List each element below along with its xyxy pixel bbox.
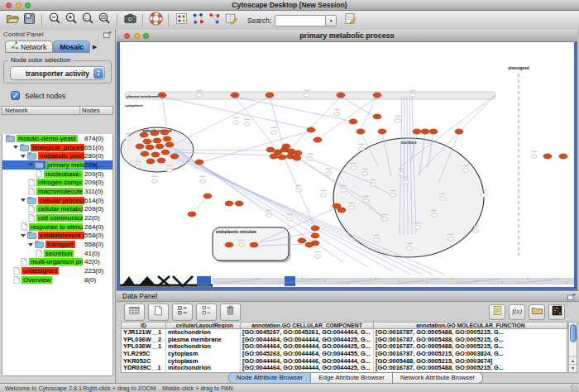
network-node-selected-color[interactable]	[153, 138, 161, 143]
network-node[interactable]	[358, 147, 364, 151]
network-zoom-button[interactable]	[143, 33, 149, 39]
network-node[interactable]	[439, 197, 445, 200]
folder-small-button[interactable]	[529, 304, 545, 320]
table-row[interactable]: YPL036W__2plasma membrane[GO:0044464, GO…	[122, 337, 567, 344]
tree-row-cellular-metabol[interactable]: cellular metabol209(0)	[2, 205, 112, 214]
attribute-matrix-button[interactable]	[548, 304, 565, 320]
network-node-selected-color[interactable]	[429, 129, 438, 134]
network-node-selected-color[interactable]	[455, 129, 463, 134]
tree-row-unassigned[interactable]: unassigned223(0)	[2, 266, 112, 275]
network-node[interactable]	[166, 169, 172, 172]
table-scrollbar[interactable]: ▲ ▼	[568, 322, 577, 373]
network-node[interactable]	[414, 226, 420, 229]
network-node[interactable]	[196, 93, 202, 97]
network-node[interactable]	[325, 172, 331, 175]
network-node[interactable]	[351, 166, 356, 170]
network-node-selected-color[interactable]	[140, 132, 148, 137]
network-node[interactable]	[481, 194, 486, 197]
close-button[interactable]	[6, 2, 12, 8]
network-canvas[interactable]: plasma membranecytoplasmunassignedmitoch…	[120, 42, 574, 287]
network-node-selected-color[interactable]	[225, 242, 233, 247]
network-node-selected-color[interactable]	[250, 242, 258, 247]
tab-overflow-button[interactable]: ▶	[93, 41, 97, 53]
tree-row-biological-process[interactable]: biological_process651(0)	[2, 143, 112, 152]
network-node-selected-color[interactable]	[146, 159, 155, 164]
network-node[interactable]	[462, 169, 468, 172]
tree-row-multi-organism-pro[interactable]: multi-organism pro42(0)	[2, 258, 112, 267]
function-fx-button[interactable]: f(x)	[509, 304, 525, 320]
network-node[interactable]	[390, 194, 395, 197]
network-node[interactable]	[363, 199, 369, 203]
network-node-selected-color[interactable]	[293, 155, 301, 160]
minimize-button[interactable]	[16, 2, 22, 8]
tree-row-cell-communicat[interactable]: cell communicat22(0)	[2, 213, 112, 222]
network-node[interactable]	[370, 183, 376, 186]
network-node-selected-color[interactable]	[235, 201, 243, 206]
network-node[interactable]	[395, 119, 400, 122]
network-node[interactable]	[340, 189, 346, 192]
network-node-selected-color[interactable]	[311, 226, 319, 231]
network-node[interactable]	[348, 206, 354, 209]
tree-row-macromolecule[interactable]: macromolecule311(0)	[2, 187, 112, 196]
window-titlebar[interactable]: Cytoscape Desktop (New Session)	[0, 0, 579, 11]
expand-arrow-icon[interactable]	[21, 198, 26, 202]
network-node[interactable]	[151, 179, 157, 183]
network-graph-blue-button[interactable]	[189, 12, 206, 29]
column-header-cellularlayoutregion[interactable]: _cellularLayoutRegion	[166, 323, 241, 328]
network-node-selected-color[interactable]	[373, 93, 381, 98]
network-node[interactable]	[135, 165, 141, 168]
network-node[interactable]	[431, 213, 437, 217]
zoom-region-button[interactable]	[79, 12, 96, 29]
network-node-selected-color[interactable]	[337, 208, 346, 213]
float-panel-icon[interactable]	[103, 31, 112, 38]
table-row[interactable]: YLR295Ccytoplasm[GO:0045263, GO:0044464,…	[122, 351, 567, 358]
network-node-selected-color[interactable]	[313, 137, 322, 142]
select-attributes-button[interactable]	[172, 304, 193, 321]
new-attribute-button[interactable]	[148, 304, 169, 321]
network-node-selected-color[interactable]	[156, 144, 164, 149]
network-graph-red-button[interactable]	[206, 12, 223, 29]
network-node-selected-color[interactable]	[559, 154, 567, 159]
grid-pencil-button[interactable]	[223, 12, 239, 29]
network-node-selected-color[interactable]	[421, 129, 429, 134]
network-node[interactable]	[125, 136, 131, 140]
expand-arrow-icon[interactable]	[21, 155, 26, 158]
tree-row-nucleobase[interactable]: nucleobase-209(0)	[2, 170, 112, 179]
network-node[interactable]	[286, 218, 292, 221]
network-node[interactable]	[314, 255, 320, 258]
network-node[interactable]	[361, 172, 367, 175]
network-node-selected-color[interactable]	[278, 155, 286, 160]
tree-row-transport[interactable]: transport558(0)	[2, 240, 112, 249]
network-node-selected-color[interactable]	[349, 119, 357, 124]
network-node-selected-color[interactable]	[195, 160, 203, 165]
zoom-window-button[interactable]	[25, 2, 31, 8]
network-node-selected-color[interactable]	[270, 154, 278, 159]
tree-row-secretion[interactable]: secretion41(0)	[2, 249, 112, 258]
network-node[interactable]	[406, 246, 412, 250]
network-node-selected-color[interactable]	[146, 145, 154, 150]
column-header-id[interactable]: ID	[122, 323, 166, 328]
tab-mosaic[interactable]: Mosaic	[53, 41, 90, 53]
expand-arrow-icon[interactable]	[13, 146, 18, 149]
network-node-selected-color[interactable]	[136, 144, 144, 149]
tree-row-mosaic-demo-yeast[interactable]: mosaic-demo-yeast874(0)	[2, 134, 112, 143]
network-node-selected-color[interactable]	[157, 158, 165, 163]
open-folder-button[interactable]	[4, 12, 21, 29]
network-node-selected-color[interactable]	[161, 150, 170, 155]
tree-header-nodes[interactable]: Nodes	[80, 107, 112, 114]
network-node-selected-color[interactable]	[151, 131, 159, 136]
tree-row-establishment-of-lo[interactable]: establishment of lo558(0)	[2, 232, 112, 241]
search-input[interactable]	[275, 15, 326, 26]
network-node-selected-color[interactable]	[165, 142, 174, 147]
network-node-selected-color[interactable]	[378, 129, 386, 134]
network-node-selected-color[interactable]	[373, 114, 381, 119]
network-node[interactable]	[320, 194, 326, 197]
network-node-selected-color[interactable]	[143, 139, 151, 144]
zoom-out-button[interactable]	[46, 12, 63, 29]
network-node-selected-color[interactable]	[282, 144, 290, 149]
network-node-selected-color[interactable]	[231, 93, 239, 98]
network-node[interactable]	[244, 122, 250, 126]
tab-network-attribute-browser[interactable]: Network Attribute Browser	[393, 372, 483, 384]
table-row[interactable]: YKR052Ccytoplasm[GO:0044464, GO:0044446,…	[122, 358, 567, 366]
network-close-button[interactable]	[124, 33, 130, 39]
